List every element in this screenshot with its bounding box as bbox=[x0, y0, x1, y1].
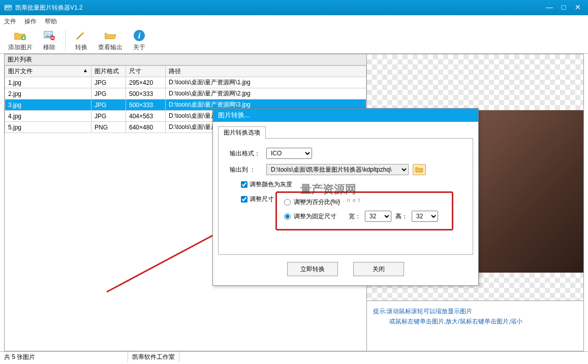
width-select[interactable]: 32 bbox=[365, 211, 391, 222]
convert-dialog: 图片转换... 图片转换选项 输出格式： ICO 输出到 ： D:\tools\… bbox=[212, 108, 479, 286]
folder-open-icon bbox=[104, 29, 117, 42]
toolbar: 添加图片 移除 转换 查看输出 i 关于 bbox=[0, 27, 588, 54]
table-row[interactable]: 1.jpgJPG295×420D:\tools\桌面\量产资源网\1.jpg bbox=[5, 77, 366, 88]
magic-wand-icon bbox=[75, 29, 88, 42]
col-file[interactable]: 图片文件▲ bbox=[5, 66, 91, 77]
convert-now-button[interactable]: 立即转换 bbox=[287, 262, 338, 276]
view-output-button[interactable]: 查看输出 bbox=[95, 29, 126, 52]
svg-text:i: i bbox=[138, 31, 141, 40]
status-count: 共 5 张图片 bbox=[0, 352, 128, 362]
window-title: 凯蒂批量图片转换器V1.2 bbox=[15, 4, 543, 12]
view-output-label: 查看输出 bbox=[98, 43, 122, 52]
close-dialog-button[interactable]: 关闭 bbox=[353, 262, 404, 276]
about-button[interactable]: i 关于 bbox=[130, 29, 149, 52]
menubar: 文件 操作 帮助 bbox=[0, 15, 588, 27]
resize-checkbox[interactable]: 调整尺寸 bbox=[241, 195, 274, 204]
app-icon bbox=[4, 4, 12, 12]
folder-add-icon bbox=[14, 29, 27, 42]
maximize-button[interactable]: □ bbox=[558, 3, 570, 12]
status-studio: 凯蒂软件工作室 bbox=[128, 352, 179, 362]
svg-rect-6 bbox=[51, 38, 54, 39]
titlebar: 凯蒂批量图片转换器V1.2 — □ ✕ bbox=[0, 0, 588, 15]
resize-options-box: 调整为百分比(%) 调整为固定尺寸 宽： 32 高： 32 bbox=[275, 191, 453, 230]
output-path-combo[interactable]: D:\tools\桌面\凯蒂批量图片转换器\kdpltpzhq\ bbox=[266, 164, 409, 175]
tip-line-1: 提示:滚动鼠标滚轮可以缩放显示图片 bbox=[373, 306, 577, 316]
statusbar: 共 5 张图片 凯蒂软件工作室 bbox=[0, 351, 588, 362]
col-path[interactable]: 路径 bbox=[166, 66, 366, 77]
folder-icon bbox=[415, 166, 423, 173]
remove-label: 移除 bbox=[43, 43, 55, 52]
convert-label: 转换 bbox=[75, 43, 87, 52]
sort-asc-icon: ▲ bbox=[83, 68, 88, 73]
add-image-label: 添加图片 bbox=[8, 43, 33, 52]
grayscale-checkbox[interactable]: 调整颜色为灰度 bbox=[241, 180, 292, 189]
info-icon: i bbox=[133, 29, 146, 42]
table-row[interactable]: 2.jpgJPG500×333D:\tools\桌面\量产资源网\2.jpg bbox=[5, 88, 366, 100]
toolbar-separator bbox=[65, 30, 66, 51]
tip-line-2: 或鼠标左键单击图片,放大/鼠标右键单击图片,缩小 bbox=[373, 316, 577, 326]
output-to-label: 输出到 ： bbox=[230, 166, 262, 174]
minimize-button[interactable]: — bbox=[543, 3, 555, 12]
output-format-select[interactable]: ICO bbox=[266, 148, 312, 159]
menu-help[interactable]: 帮助 bbox=[45, 17, 57, 26]
remove-button[interactable]: 移除 bbox=[40, 29, 59, 52]
dialog-title: 图片转换... bbox=[213, 109, 478, 122]
col-size[interactable]: 尺寸 bbox=[126, 66, 166, 77]
add-image-button[interactable]: 添加图片 bbox=[5, 29, 36, 52]
list-title: 图片列表 bbox=[5, 54, 366, 65]
col-format[interactable]: 图片格式 bbox=[91, 66, 126, 77]
resize-percent-radio[interactable]: 调整为百分比(%) bbox=[284, 198, 445, 207]
tips-panel: 提示:滚动鼠标滚轮可以缩放显示图片 或鼠标左键单击图片,放大/鼠标右键单击图片,… bbox=[367, 301, 583, 351]
menu-action[interactable]: 操作 bbox=[24, 17, 37, 26]
menu-file[interactable]: 文件 bbox=[4, 17, 16, 26]
resize-fixed-radio[interactable]: 调整为固定尺寸 宽： 32 高： 32 bbox=[284, 211, 445, 222]
width-label: 宽： bbox=[349, 212, 361, 221]
about-label: 关于 bbox=[133, 43, 145, 52]
convert-button[interactable]: 转换 bbox=[72, 29, 91, 52]
output-format-label: 输出格式： bbox=[230, 149, 262, 158]
height-select[interactable]: 32 bbox=[412, 211, 438, 222]
tab-convert-options[interactable]: 图片转换选项 bbox=[218, 126, 266, 139]
svg-point-4 bbox=[46, 32, 48, 35]
image-remove-icon bbox=[43, 29, 56, 42]
height-label: 高： bbox=[395, 212, 408, 221]
browse-folder-button[interactable] bbox=[413, 164, 426, 175]
close-button[interactable]: ✕ bbox=[572, 3, 584, 12]
